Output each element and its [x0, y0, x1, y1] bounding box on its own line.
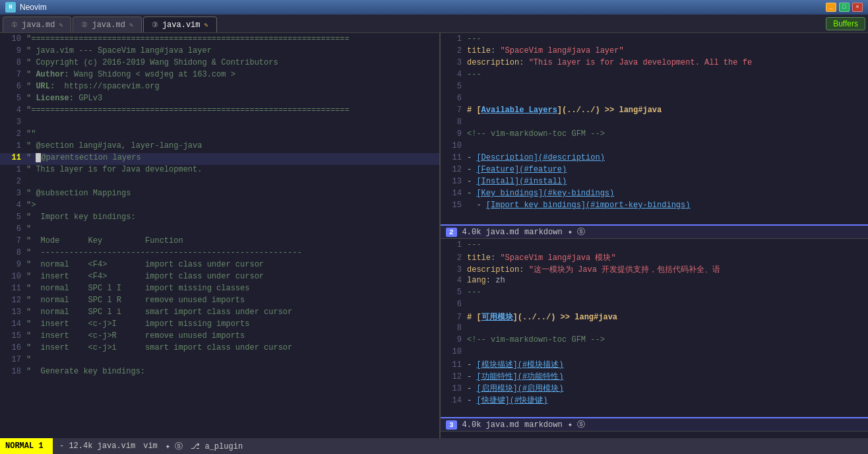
- line-number: 7: [3, 70, 21, 79]
- line-content: lang: zh: [467, 276, 505, 285]
- line-content: title: "SpaceVim lang#java layer": [467, 46, 624, 55]
- right-editor-pane: 1---2title: "SpaceVim lang#java layer"3d…: [441, 33, 868, 438]
- line-number: 6: [443, 300, 462, 309]
- code-line: 5" Import key bindings:: [0, 212, 439, 224]
- tab-2-icon: ✎: [129, 21, 133, 29]
- window-controls[interactable]: _ □ ×: [826, 3, 863, 12]
- code-line: 6: [441, 300, 868, 311]
- line-content: " --------------------------------------…: [26, 248, 302, 257]
- line-content: " insert <c-j>R remove unused imports: [26, 331, 245, 340]
- statusbar-branch: ⎇ a_plugin: [191, 441, 243, 451]
- line-number: 4: [443, 70, 462, 79]
- buffers-label: Buffers: [826, 17, 865, 30]
- code-line: 2title: "SpaceVim lang#java 模块": [441, 252, 868, 264]
- code-line: 10" insert <F4> import class under curso…: [0, 272, 439, 284]
- tab-1-label: java.md: [22, 20, 55, 30]
- line-number: 10: [3, 34, 21, 44]
- code-line: 11" @parentsection layers: [0, 153, 439, 165]
- tabbar: ① java.md ✎ ② java.md ✎ ③ java.vim ✎ Buf…: [0, 15, 868, 33]
- line-content: " Copyright (c) 2016-2019 Wang Shidong &…: [26, 58, 278, 67]
- code-line: 3description: "This layer is for Java de…: [441, 58, 868, 70]
- line-content: - [Import key bindings](#import-key-bind…: [467, 201, 690, 210]
- tab-2-num: ②: [81, 20, 88, 29]
- statusbar-fileinfo: - 12.4k java.vim: [59, 441, 135, 451]
- close-button[interactable]: ×: [852, 3, 863, 12]
- mode-indicator: NORMAL 1: [0, 438, 53, 454]
- tab-1[interactable]: ① java.md ✎: [3, 16, 71, 32]
- line-content: ---: [467, 288, 481, 297]
- line-content: "=======================================…: [26, 106, 350, 115]
- tab-3[interactable]: ③ java.vim ✎: [143, 16, 217, 32]
- line-number: 7: [443, 313, 462, 322]
- line-number: 6: [3, 82, 21, 91]
- line-number: 13: [443, 177, 462, 186]
- code-line: 11- [模块描述](#模块描述): [441, 359, 868, 371]
- code-line: 12" normal SPC l R remove unused imports: [0, 296, 439, 308]
- line-number: 18: [3, 367, 21, 376]
- line-number: 14: [443, 189, 462, 198]
- line-content: " License: GPLv3: [26, 94, 102, 103]
- line-content: " @parentsection layers: [26, 153, 141, 162]
- tab-3-modified-icon: ✎: [204, 21, 208, 29]
- tab-1-num: ①: [11, 20, 18, 29]
- line-number: 14: [443, 396, 462, 405]
- line-number: 4: [443, 276, 462, 285]
- line-content: # [Available Layers](../../) >> lang#jav…: [467, 106, 662, 115]
- left-code-area[interactable]: 10"=====================================…: [0, 33, 439, 438]
- tab-2[interactable]: ② java.md ✎: [73, 16, 141, 32]
- code-line: 1" @section lang#java, layer-lang-java: [0, 141, 439, 153]
- line-number: 11: [443, 360, 462, 370]
- line-content: " normal SPC l i smart import class unde…: [26, 308, 292, 317]
- section-1-statusbar: 2 4.0k java.md markdown ✦ ⓢ: [441, 224, 868, 239]
- line-content: " insert <F4> import class under cursor: [26, 272, 264, 281]
- minimize-button[interactable]: _: [826, 3, 836, 12]
- code-line: 14" insert <c-j>I import missing imports: [0, 319, 439, 331]
- maximize-button[interactable]: □: [839, 3, 850, 12]
- right-code-area-2[interactable]: 1---2title: "SpaceVim lang#java 模块"3desc…: [441, 239, 868, 417]
- code-line: 8" Copyright (c) 2016-2019 Wang Shidong …: [0, 58, 439, 70]
- line-content: # [可用模块](../../) >> lang#java: [467, 311, 617, 323]
- code-line: 11- [Description](#description): [441, 153, 868, 165]
- section-2-filetype: markdown: [524, 420, 563, 430]
- line-number: 9: [443, 129, 462, 139]
- line-number: 10: [443, 141, 462, 150]
- code-line: 7" Mode Key Function: [0, 236, 439, 248]
- line-content: " @section lang#java, layer-lang-java: [26, 141, 202, 150]
- line-number: 1: [443, 240, 462, 249]
- app-icon: N: [5, 2, 16, 13]
- code-line: 16" insert <c-j>i smart import class und…: [0, 343, 439, 355]
- titlebar-title: Neovim: [20, 3, 826, 12]
- line-content: " normal <F4> import class under cursor: [26, 260, 264, 269]
- line-content: <!-- vim-markdown-toc GFM -->: [467, 335, 605, 344]
- line-number: 3: [3, 117, 21, 127]
- code-line: 3description: "这一模块为 Java 开发提供支持，包括代码补全、…: [441, 264, 868, 276]
- code-line: 13" normal SPC l i smart import class un…: [0, 308, 439, 319]
- code-line: 10: [441, 347, 868, 359]
- line-number: 9: [3, 260, 21, 269]
- line-content: - [Key bindings](#key-bindings): [467, 189, 614, 198]
- line-number: 1: [443, 34, 462, 44]
- line-number: 5: [3, 94, 21, 103]
- line-content: " insert <c-j>i smart import class under…: [26, 343, 292, 352]
- line-content: " Mode Key Function: [26, 236, 183, 245]
- line-content: - [Description](#description): [467, 153, 605, 162]
- line-number: 13: [3, 308, 21, 317]
- line-number: 2: [3, 129, 21, 139]
- left-editor-pane: 10"=====================================…: [0, 33, 441, 438]
- section-2-num: 3: [446, 420, 457, 430]
- line-number: 2: [3, 177, 21, 186]
- code-line: 9" normal <F4> import class under cursor: [0, 260, 439, 272]
- right-section-2: 1---2title: "SpaceVim lang#java 模块"3desc…: [441, 239, 868, 432]
- code-line: 8" -------------------------------------…: [0, 248, 439, 260]
- line-content: " Author: Wang Shidong < wsdjeg at 163.c…: [26, 70, 235, 79]
- line-content: "": [26, 129, 36, 139]
- code-line: 4lang: zh: [441, 276, 868, 288]
- line-number: 8: [3, 248, 21, 257]
- line-content: " java.vim --- SpaceVim lang#java layer: [26, 46, 212, 55]
- line-number: 5: [3, 212, 21, 222]
- statusbar-info: - 12.4k java.vim vim ✦ ⓢ ⎇ a_plugin: [53, 438, 868, 454]
- line-content: " Generate key bindings:: [26, 367, 145, 376]
- line-number: 12: [3, 296, 21, 305]
- line-content: - [功能特性](#功能特性): [467, 371, 563, 382]
- right-code-area-1[interactable]: 1---2title: "SpaceVim lang#java layer"3d…: [441, 33, 868, 224]
